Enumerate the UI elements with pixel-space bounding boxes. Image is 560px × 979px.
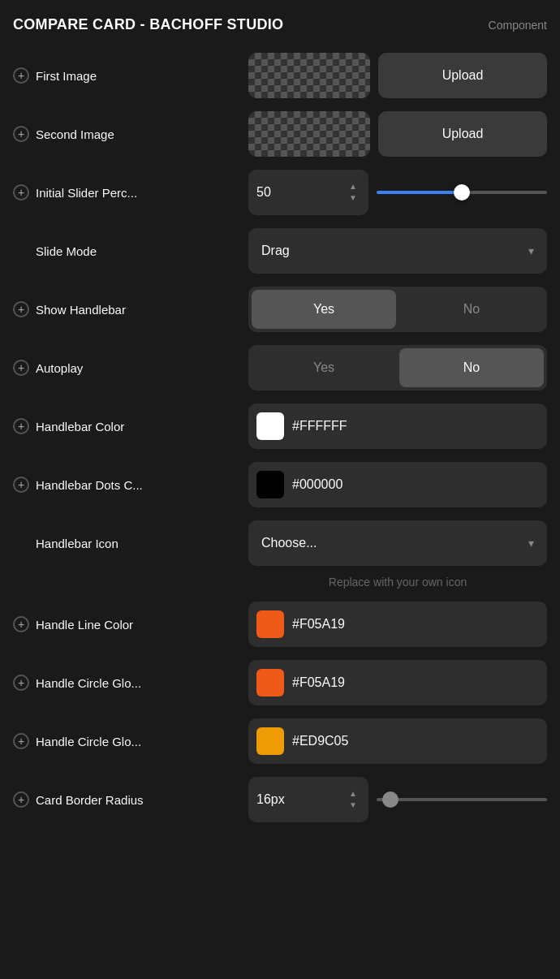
initial-slider-number-input[interactable]: 50 ▲ ▼ [248,170,368,215]
handle-circle-glo1-color-swatch[interactable] [256,669,284,697]
handlebar-icon-row: Handlebar Icon Choose... ▾ [13,520,547,566]
handle-circle-glo1-color-input[interactable]: #F05A19 [248,660,547,705]
second-image-label: + Second Image [13,126,248,142]
handlebar-icon-label: Handlebar Icon [13,537,248,550]
handle-circle-glo1-color-hex: #F05A19 [292,675,345,690]
card-border-radius-slider-track[interactable] [377,798,547,801]
handle-line-color-plus-icon[interactable]: + [13,616,29,632]
initial-slider-track[interactable] [377,191,547,194]
handlebar-icon-controls: Choose... ▾ [248,520,547,566]
slide-mode-value: Drag [261,244,290,258]
card-border-radius-row: + Card Border Radius 16px ▲ ▼ [13,777,547,822]
show-handlebar-yes-btn[interactable]: Yes [252,290,396,329]
handle-circle-glo1-controls: #F05A19 [248,660,547,705]
first-image-row: + First Image Upload [13,53,547,98]
show-handlebar-row: + Show Handlebar Yes No [13,287,547,332]
handle-circle-glo2-controls: #ED9C05 [248,718,547,764]
handlebar-color-label: + Handlebar Color [13,418,248,434]
first-image-label: + First Image [13,67,248,84]
handle-circle-glo2-plus-icon[interactable]: + [13,733,29,749]
slide-mode-controls: Drag ▾ [248,228,547,274]
handle-circle-glo2-color-hex: #ED9C05 [292,734,348,748]
app-header: COMPARE CARD - BACHOFF STUDIO Component [13,16,547,33]
handlebar-color-plus-icon[interactable]: + [13,418,29,434]
initial-slider-spinners: ▲ ▼ [346,182,360,203]
handle-circle-glo1-plus-icon[interactable]: + [13,675,29,691]
autoplay-toggle: Yes No [248,345,547,390]
card-border-radius-slider-thumb[interactable] [382,791,398,808]
initial-slider-label: + Initial Slider Perc... [13,184,248,201]
handle-line-color-swatch[interactable] [256,610,284,638]
handlebar-dots-controls: #000000 [248,462,547,507]
autoplay-no-btn[interactable]: No [399,348,544,387]
handlebar-dots-plus-icon[interactable]: + [13,477,29,493]
show-handlebar-plus-icon[interactable]: + [13,301,29,317]
handle-circle-glo2-label: + Handle Circle Glo... [13,733,248,749]
initial-slider-value: 50 [256,185,271,200]
card-border-radius-label: + Card Border Radius [13,791,248,808]
first-image-placeholder [248,53,370,98]
card-border-radius-plus-icon[interactable]: + [13,791,29,808]
second-image-upload-button[interactable]: Upload [378,111,547,157]
first-image-plus-icon[interactable]: + [13,67,29,84]
handlebar-icon-chevron-icon: ▾ [528,537,534,550]
handle-circle-glo2-color-input[interactable]: #ED9C05 [248,718,547,764]
card-border-radius-controls: 16px ▲ ▼ [248,777,547,822]
slide-mode-chevron-icon: ▾ [528,244,534,257]
second-image-placeholder [248,111,370,157]
slide-mode-row: Slide Mode Drag ▾ [13,228,547,274]
handlebar-dots-color-hex: #000000 [292,477,342,492]
show-handlebar-no-btn[interactable]: No [399,290,544,329]
initial-slider-up-btn[interactable]: ▲ [346,182,360,192]
second-image-row: + Second Image Upload [13,111,547,157]
app-title: COMPARE CARD - BACHOFF STUDIO [13,16,283,33]
handlebar-dots-label: + Handlebar Dots C... [13,477,248,493]
initial-slider-row: + Initial Slider Perc... 50 ▲ ▼ [13,170,547,215]
handlebar-dots-row: + Handlebar Dots C... #000000 [13,462,547,507]
show-handlebar-controls: Yes No [248,287,547,332]
card-border-radius-up-btn[interactable]: ▲ [346,789,360,799]
show-handlebar-label: + Show Handlebar [13,301,248,317]
handlebar-icon-helper: Replace with your own icon [13,576,547,589]
handle-circle-glo1-label: + Handle Circle Glo... [13,675,248,691]
handle-line-color-input[interactable]: #F05A19 [248,602,547,647]
component-badge: Component [489,19,547,32]
handle-line-color-hex: #F05A19 [292,617,345,632]
initial-slider-plus-icon[interactable]: + [13,184,29,201]
first-image-controls: Upload [248,53,547,98]
handle-line-color-controls: #F05A19 [248,602,547,647]
autoplay-plus-icon[interactable]: + [13,360,29,376]
autoplay-controls: Yes No [248,345,547,390]
card-border-radius-value: 16px [256,792,285,807]
initial-slider-thumb[interactable] [454,184,470,201]
second-image-controls: Upload [248,111,547,157]
handle-line-color-label: + Handle Line Color [13,616,248,632]
handlebar-icon-dropdown[interactable]: Choose... ▾ [248,520,547,566]
initial-slider-controls: 50 ▲ ▼ [248,170,547,215]
card-border-radius-down-btn[interactable]: ▼ [346,800,360,810]
autoplay-row: + Autoplay Yes No [13,345,547,390]
card-border-radius-input[interactable]: 16px ▲ ▼ [248,777,368,822]
handle-line-color-row: + Handle Line Color #F05A19 [13,602,547,647]
second-image-plus-icon[interactable]: + [13,126,29,142]
autoplay-yes-btn[interactable]: Yes [252,348,396,387]
show-handlebar-toggle: Yes No [248,287,547,332]
handlebar-color-swatch[interactable] [256,412,284,440]
handlebar-dots-color-input[interactable]: #000000 [248,462,547,507]
handlebar-dots-color-swatch[interactable] [256,471,284,498]
handle-circle-glo1-row: + Handle Circle Glo... #F05A19 [13,660,547,705]
handlebar-icon-value: Choose... [261,536,317,550]
handlebar-color-controls: #FFFFFF [248,403,547,449]
handle-circle-glo2-row: + Handle Circle Glo... #ED9C05 [13,718,547,764]
handlebar-color-input[interactable]: #FFFFFF [248,403,547,449]
handle-circle-glo2-color-swatch[interactable] [256,727,284,755]
autoplay-label: + Autoplay [13,360,248,376]
handlebar-color-hex: #FFFFFF [292,419,347,433]
slide-mode-dropdown[interactable]: Drag ▾ [248,228,547,274]
handlebar-color-row: + Handlebar Color #FFFFFF [13,403,547,449]
slide-mode-label: Slide Mode [13,244,248,258]
initial-slider-down-btn[interactable]: ▼ [346,193,360,203]
first-image-upload-button[interactable]: Upload [378,53,547,98]
card-border-radius-spinners: ▲ ▼ [346,789,360,810]
